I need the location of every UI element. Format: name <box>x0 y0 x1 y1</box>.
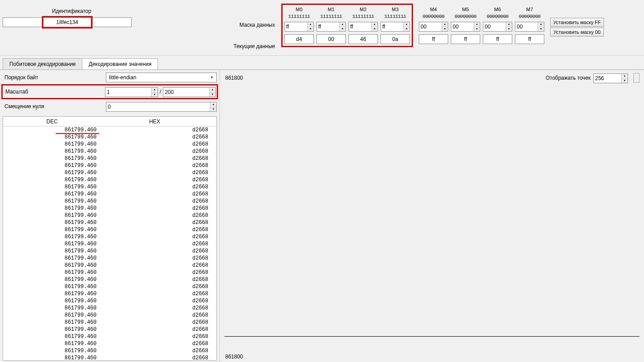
spin-down-icon[interactable]: ▼ <box>474 27 480 32</box>
mask-input[interactable] <box>381 22 403 31</box>
offset-input[interactable] <box>106 102 210 111</box>
mask-input[interactable] <box>451 22 474 31</box>
table-row[interactable]: 861799.460d2668 <box>3 226 216 233</box>
table-row[interactable]: 861799.460d2668 <box>3 198 216 205</box>
spin-down-icon[interactable]: ▼ <box>372 27 377 32</box>
mask-spinner[interactable]: ▲▼ <box>381 22 410 32</box>
spin-up-icon[interactable]: ▲ <box>210 88 215 93</box>
spin-up-icon[interactable]: ▲ <box>372 22 377 27</box>
spin-down-icon[interactable]: ▼ <box>210 93 215 97</box>
table-row[interactable]: 861799.460d2668 <box>3 183 216 191</box>
table-row[interactable]: 861799.460d2668 <box>3 219 216 226</box>
spin-down-icon[interactable]: ▼ <box>211 107 216 112</box>
spin-up-icon[interactable]: ▲ <box>340 22 345 27</box>
mask-col-bits: 00000000 <box>451 14 480 21</box>
table-row[interactable]: 861799.460d2668 <box>3 305 216 312</box>
table-row[interactable]: 861799.460d2668 <box>3 191 216 198</box>
identifier-left-pad[interactable] <box>3 17 42 27</box>
spin-up-icon[interactable]: ▲ <box>404 22 409 27</box>
identifier-input[interactable] <box>43 17 91 27</box>
col-hex-head: HEX <box>101 118 208 125</box>
table-row[interactable]: 861799.460d2668 <box>3 141 216 148</box>
points-spinner[interactable]: ▲▼ <box>593 73 628 83</box>
spin-up-icon[interactable]: ▲ <box>474 22 480 27</box>
spin-down-icon[interactable]: ▼ <box>506 27 512 32</box>
spin-up-icon[interactable]: ▲ <box>308 22 313 27</box>
mask-spinner[interactable]: ▲▼ <box>515 22 544 32</box>
spin-up-icon[interactable]: ▲ <box>152 88 158 93</box>
scale-num-spinner[interactable]: ▲▼ <box>105 87 158 97</box>
table-row[interactable]: 861799.460d2668 <box>3 212 216 219</box>
mask-spinner[interactable]: ▲▼ <box>483 22 512 32</box>
table-row[interactable]: 861799.460d2668 <box>3 176 216 183</box>
table-row[interactable]: 861799.460d2668 <box>3 162 216 169</box>
spin-up-icon[interactable]: ▲ <box>442 22 448 27</box>
table-row[interactable]: 861799.460d2668 <box>3 319 216 326</box>
mask-col-head: M5 <box>451 7 480 14</box>
scale-den-input[interactable] <box>163 88 209 97</box>
scale-num-input[interactable] <box>105 88 151 97</box>
table-row[interactable]: 861799.460d2668 <box>3 255 216 262</box>
table-row[interactable]: 861799.460d2668 <box>3 269 216 276</box>
spin-down-icon[interactable]: ▼ <box>622 79 628 83</box>
byte-order-select[interactable]: little-endian ▼ <box>106 73 217 82</box>
table-row[interactable]: 861799.460d2668 <box>3 354 216 361</box>
table-row[interactable]: 861799.460d2668 <box>3 297 216 305</box>
mask-input[interactable] <box>349 22 371 31</box>
mask-input[interactable] <box>515 22 538 31</box>
table-row[interactable]: 861799.460d2668 <box>3 347 216 354</box>
spin-down-icon[interactable]: ▼ <box>152 93 158 97</box>
mask-spinner[interactable]: ▲▼ <box>451 22 480 32</box>
table-row[interactable]: 861799.460d2668 <box>3 276 216 283</box>
table-row[interactable]: 861799.460d2668 <box>3 312 216 319</box>
plot-area[interactable] <box>224 85 640 350</box>
table-row[interactable]: 861799.460d2668 <box>3 326 216 333</box>
points-input[interactable] <box>594 74 621 83</box>
mask-input[interactable] <box>419 22 441 31</box>
spin-down-icon[interactable]: ▼ <box>442 27 448 32</box>
table-row[interactable]: 861799.460d2668 <box>3 126 216 134</box>
identifier-right-pad[interactable] <box>93 17 132 27</box>
set-mask-00-button[interactable]: Установить маску 00 <box>550 28 604 37</box>
spin-up-icon[interactable]: ▲ <box>622 74 628 79</box>
scale-den-spinner[interactable]: ▲▼ <box>163 87 216 97</box>
table-row[interactable]: 861799.460d2668 <box>3 233 216 240</box>
table-row[interactable]: 861799.460d2668 <box>3 148 216 155</box>
table-row[interactable]: 861799.460d2668 <box>3 262 216 269</box>
table-row[interactable]: 861799.460d2668 <box>3 134 216 141</box>
table-row[interactable]: 861799.460d2668 <box>3 340 216 347</box>
mask-col-m2: M211111111▲▼46 <box>348 7 378 44</box>
current-value: 0a <box>381 34 410 44</box>
table-row[interactable]: 861799.460d2668 <box>3 248 216 255</box>
mask-spinner[interactable]: ▲▼ <box>419 22 448 32</box>
mask-input[interactable] <box>285 22 307 31</box>
spin-down-icon[interactable]: ▼ <box>538 27 544 32</box>
table-body[interactable]: 861799.460d2668861799.460d2668861799.460… <box>3 126 216 361</box>
spin-up-icon[interactable]: ▲ <box>211 102 216 107</box>
tab-bitwise[interactable]: Побитовое декодирование <box>3 58 82 69</box>
table-row[interactable]: 861799.460d2668 <box>3 290 216 297</box>
spin-up-icon[interactable]: ▲ <box>538 22 544 27</box>
table-row[interactable]: 861799.460d2668 <box>3 283 216 290</box>
table-row[interactable]: 861799.460d2668 <box>3 169 216 176</box>
plot-divider-handle[interactable] <box>633 73 640 83</box>
set-mask-ff-button[interactable]: Установить маску FF <box>550 18 604 27</box>
table-row[interactable]: 861799.460d2668 <box>3 205 216 212</box>
table-row[interactable]: 861799.460d2668 <box>3 155 216 162</box>
mask-spinner[interactable]: ▲▼ <box>284 22 314 32</box>
mask-input[interactable] <box>317 22 339 31</box>
table-row[interactable]: 861799.460d2668 <box>3 240 216 248</box>
table-row[interactable]: 861799.460d2668 <box>3 333 216 340</box>
offset-spinner[interactable]: ▲▼ <box>106 102 217 112</box>
spin-up-icon[interactable]: ▲ <box>506 22 512 27</box>
spin-down-icon[interactable]: ▼ <box>404 27 409 32</box>
mask-col-m1: M111111111▲▼00 <box>316 7 346 44</box>
right-panel: 861800 Отображать точек ▲▼ 861800 <box>220 70 644 362</box>
mask-spinner[interactable]: ▲▼ <box>316 22 346 32</box>
spin-down-icon[interactable]: ▼ <box>340 27 345 32</box>
tab-value[interactable]: Декодирование значения <box>82 58 158 69</box>
spin-down-icon[interactable]: ▼ <box>308 27 313 32</box>
mask-col-m7: M700000000▲▼ff <box>515 7 544 44</box>
mask-input[interactable] <box>483 22 506 31</box>
mask-spinner[interactable]: ▲▼ <box>348 22 378 32</box>
